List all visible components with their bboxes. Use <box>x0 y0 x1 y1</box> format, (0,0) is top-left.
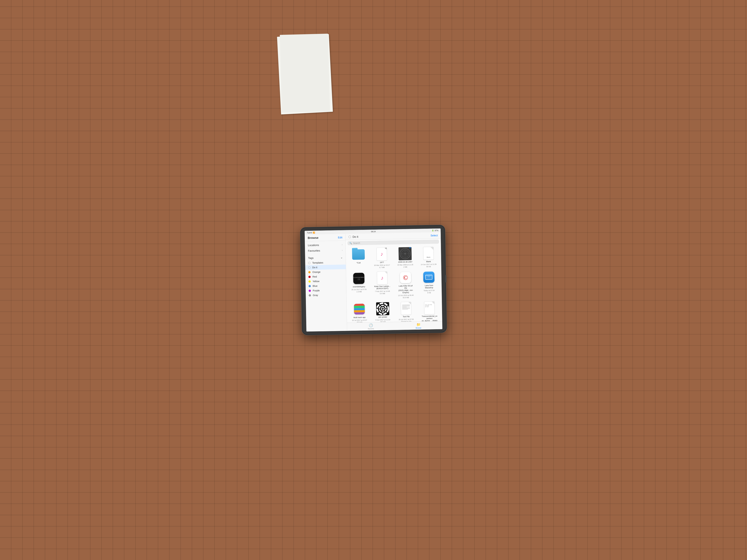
blank-icon-container: Blank <box>422 247 435 260</box>
lamps-icon-container: ♪ <box>376 271 389 285</box>
sidebar-tags-section: Tags ⌄ Templates Do it <box>305 254 346 298</box>
search-placeholder: Search <box>353 242 360 244</box>
title-dot-icon <box>349 236 351 238</box>
tag-item-yellow[interactable]: Yellow <box>306 278 346 284</box>
recents-label: Recents <box>368 327 374 330</box>
tag-label-blue: Blue <box>313 285 317 287</box>
tag-dot-purple <box>309 289 311 292</box>
paper-stack <box>277 34 333 114</box>
ipad-screen: Tuenti 📶 09:24 🔋 87% Browse Edit <box>305 229 442 332</box>
pen-poster-name: pen poster <box>379 316 387 318</box>
textfile-icon-container <box>400 302 413 315</box>
tags-expand-icon[interactable]: ⌄ <box>340 256 343 259</box>
transcendental-icon: http://www.tmgp alin.get/ gk-b.pdf <box>424 301 435 315</box>
file-spiral[interactable]: ☁ 2009-03-30-2497 30 Mar 2009 at 11:352 … <box>394 247 416 268</box>
mt-bar-2 <box>354 306 365 308</box>
blank-meta: 14 Jun 2017 at 11:3985 KB <box>421 263 437 268</box>
tag-item-purple[interactable]: Purple <box>306 288 346 293</box>
favourites-chevron-icon: › <box>342 249 342 251</box>
edit-button[interactable]: Edit <box>338 236 342 239</box>
text-line-1 <box>402 304 410 305</box>
tab-recents[interactable]: 🕐 Recents <box>347 323 395 330</box>
file-ladykiller[interactable]: © Lady Killer 05 (of 05)(2015) (digit...… <box>395 271 417 299</box>
search-icon: 🔍 <box>349 242 352 244</box>
text-line-2 <box>402 305 410 306</box>
pen-poster-icon <box>376 302 389 315</box>
tags-label: Tags <box>308 257 314 260</box>
file-transcendental[interactable]: http://www.tmgp alin.get/ gk-b.pdf <box>418 301 441 323</box>
sidebar: Browse Edit Locations › Favourites › <box>305 234 347 332</box>
mail-app-icon <box>423 272 434 283</box>
tag-item-red[interactable]: Red <box>305 274 346 279</box>
tag-dot-orange <box>308 271 310 273</box>
eventide-icon-container: CLOCKWORKS USERGUIDE <box>352 272 365 285</box>
search-bar[interactable]: 🔍 Search <box>347 240 439 245</box>
file-pen-poster[interactable]: pen poster 8 Jun 2017 at 11:54367 KB <box>372 302 394 323</box>
file-lamps[interactable]: ♪ Keep Your Lamps...(M.RUX EDIT) 7 Feb 2… <box>371 271 393 299</box>
tag-dot-gray <box>309 294 311 296</box>
multitrack-meta: 25 Jul 2017 at 22:07974 KB <box>352 319 367 323</box>
files-grid: *Cult ♪ ☁ 1977 30 Mar 2015 at 19:1 <box>346 245 442 323</box>
tag-item-doit[interactable]: Do it <box>305 265 346 270</box>
ladykiller-meta: 13 Oct 2015 at 06:4650.9 MB <box>398 294 413 299</box>
tag-label-red: Red <box>313 275 317 278</box>
eventide-name: eventidelegacy <box>353 286 365 288</box>
1977-meta: 30 Mar 2015 at 19:176.7 MB <box>374 264 390 269</box>
tag-item-gray[interactable]: Gray <box>306 292 346 298</box>
music-icon-1977: ♪ <box>377 247 387 261</box>
battery-label: 87% <box>435 229 438 231</box>
cult-name: *Cult <box>357 262 361 264</box>
clockworks-app-icon: CLOCKWORKS USERGUIDE <box>353 273 364 284</box>
lk-icon-symbol: © <box>403 274 408 282</box>
cloud-badge-icon: ☁ <box>409 246 411 249</box>
blank-name: Blank <box>426 261 431 263</box>
file-lane[interactable]: Lane from Massdrop Today at 07:546 KB <box>418 271 440 298</box>
mail-envelope-icon <box>426 275 432 280</box>
status-left: Tuenti 📶 <box>307 232 315 234</box>
file-1977[interactable]: ♪ ☁ 1977 30 Mar 2015 at 19:176.7 MB <box>371 247 393 269</box>
battery-icon: 🔋 <box>432 230 434 232</box>
spiral-image <box>398 247 412 260</box>
tag-label-purple: Purple <box>313 289 320 292</box>
lamps-name: Keep Your Lamps...(M.RUX EDIT) <box>374 285 390 290</box>
clockworks-inner: CLOCKWORKS USERGUIDE <box>353 277 364 281</box>
music-note-lamps: ♪ <box>381 275 384 281</box>
eventide-meta: 26 Jul 2017 at 07:561.6 MB <box>352 289 367 293</box>
file-textfile[interactable]: Text File 26 Jul 2017 at 07:55Shared by … <box>395 302 417 323</box>
locations-label: Locations <box>308 243 319 247</box>
tag-item-orange[interactable]: Orange <box>305 269 346 275</box>
sidebar-item-favourites[interactable]: Favourites › <box>305 247 345 254</box>
file-cult[interactable]: *Cult <box>347 248 369 269</box>
mt-bar-1 <box>354 304 365 306</box>
ladykiller-icon-container: © <box>399 271 412 284</box>
file-blank[interactable]: Blank Blank 14 Jun 2017 at 11:3985 KB <box>418 247 439 268</box>
file-eventide[interactable]: CLOCKWORKS USERGUIDE eventidelegacy 26 J… <box>348 272 370 300</box>
tag-item-templates[interactable]: Templates <box>305 260 346 265</box>
carrier-label: Tuenti <box>307 232 312 234</box>
tag-label-gray: Gray <box>313 294 318 296</box>
cloud-upload-icon: ☁ <box>385 246 387 249</box>
spiral-meta: 30 Mar 2009 at 11:352 MB <box>397 264 413 268</box>
tags-header: Tags ⌄ <box>305 255 346 261</box>
tag-dot-red <box>308 275 311 278</box>
spiral-name: 2009-03-30-2497 <box>398 261 412 263</box>
select-button[interactable]: Select <box>431 234 438 237</box>
textfile-name: Text File <box>403 315 410 318</box>
sidebar-item-locations[interactable]: Locations › <box>305 242 345 248</box>
lamps-meta: 7 Feb 2017 at 14:489.4 MB <box>375 290 390 295</box>
content-area: Do it Select 🔍 Search <box>345 232 442 331</box>
lane-icon-container <box>422 271 435 284</box>
tag-dot-yellow <box>308 280 311 283</box>
sidebar-title: Browse <box>308 236 318 240</box>
scene: Tuenti 📶 09:24 🔋 87% Browse Edit <box>290 28 457 532</box>
tag-label-templates: Templates <box>312 261 323 264</box>
tab-browse[interactable]: 📁 Browse <box>395 322 442 329</box>
text-file-icon <box>401 302 411 315</box>
tag-item-blue[interactable]: Blue <box>306 283 346 289</box>
recents-icon: 🕐 <box>369 323 373 327</box>
file-multitrack[interactable]: Multi track app 25 Jul 2017 at 22:07974 … <box>349 302 370 323</box>
browse-label: Browse <box>416 327 421 329</box>
tag-label-doit: Do it <box>312 266 317 269</box>
cw-title: CLOCKWORKS <box>353 277 364 278</box>
trans-icon-container: http://www.tmgp alin.get/ gk-b.pdf <box>423 301 436 315</box>
